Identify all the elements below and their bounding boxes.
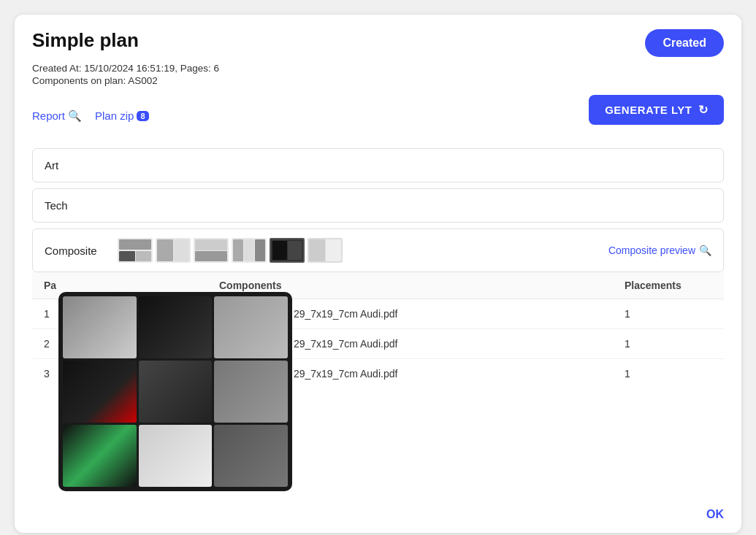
thumbnail-4[interactable]	[232, 238, 267, 263]
row3-placements: 1	[625, 368, 712, 380]
popup-cell-6	[214, 361, 288, 423]
generate-lyt-button[interactable]: GENERATE LYT ↻	[589, 95, 724, 125]
popup-cell-4	[63, 361, 137, 423]
composite-section-bar: Composite	[32, 228, 724, 272]
row1-placements: 1	[625, 308, 712, 320]
tech-label: Tech	[45, 199, 68, 212]
ok-button[interactable]: OK	[706, 508, 724, 521]
created-at-meta: Created At: 15/10/2024 16:51:19, Pages: …	[32, 63, 724, 74]
links-row: Report 🔍 Plan zip 8	[32, 109, 149, 123]
tech-section-bar: Tech	[32, 188, 724, 223]
composite-search-icon: 🔍	[699, 245, 711, 256]
art-label: Art	[45, 159, 58, 172]
report-link[interactable]: Report 🔍	[32, 109, 82, 123]
popup-cell-9	[214, 425, 288, 487]
col-components: Components	[219, 280, 625, 291]
popup-cell-7	[63, 425, 137, 487]
plan-zip-link[interactable]: Plan zip 8	[95, 109, 149, 122]
thumbnail-3[interactable]	[194, 238, 229, 263]
art-section-bar: Art	[32, 148, 724, 182]
thumbnail-5[interactable]	[270, 238, 305, 263]
composite-preview-label: Composite preview	[608, 245, 695, 256]
main-card: Simple plan Created Created At: 15/10/20…	[15, 15, 741, 533]
refresh-icon: ↻	[698, 103, 709, 117]
zip-badge: 8	[137, 111, 148, 121]
popup-cell-2	[139, 296, 213, 358]
header-row: Simple plan Created	[32, 29, 724, 57]
col-3	[161, 280, 219, 291]
col-page: Pa	[44, 280, 88, 291]
created-status-button[interactable]: Created	[645, 29, 724, 57]
col-2	[88, 280, 161, 291]
preview-popup	[58, 292, 292, 491]
popup-grid	[63, 296, 288, 487]
generate-lyt-label: GENERATE LYT	[605, 104, 692, 116]
popup-cell-8	[139, 425, 213, 487]
popup-cell-3	[214, 296, 288, 358]
plan-zip-label: Plan zip	[95, 109, 134, 122]
popup-cell-5	[139, 361, 213, 423]
thumbnail-6[interactable]	[308, 238, 343, 263]
col-placements: Placements	[625, 280, 712, 291]
page-title: Simple plan	[32, 29, 139, 52]
thumbnail-2[interactable]	[156, 238, 191, 263]
composite-label: Composite	[45, 245, 110, 257]
popup-cell-1	[63, 296, 137, 358]
row2-placements: 1	[625, 338, 712, 350]
thumbnails-row	[118, 238, 601, 263]
report-label: Report	[32, 109, 65, 122]
search-icon: 🔍	[68, 109, 82, 123]
components-meta: Components on plan: AS002	[32, 75, 724, 86]
composite-preview-link[interactable]: Composite preview 🔍	[608, 245, 711, 256]
thumbnail-1[interactable]	[118, 238, 153, 263]
